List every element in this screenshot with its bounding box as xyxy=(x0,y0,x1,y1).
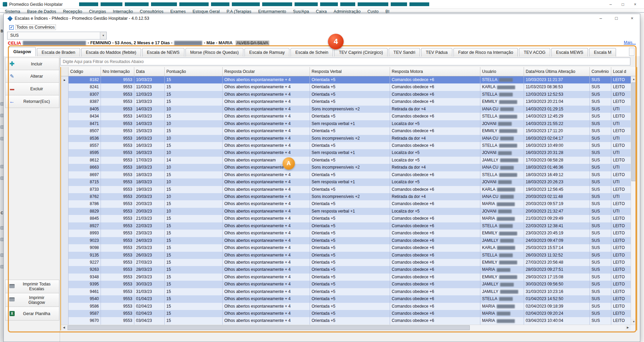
tab-escala-de-schein[interactable]: Escala de Schein xyxy=(290,48,333,57)
grid-row[interactable]: 8536955316/03/2310Olhos abertos espontan… xyxy=(61,135,636,142)
grid-row[interactable]: 8387955313/03/2315Olhos abertos espontan… xyxy=(61,98,636,105)
grid-row[interactable]: 8405955314/03/2310Olhos abertos espontan… xyxy=(61,106,636,113)
column-header-local[interactable]: Local d xyxy=(611,67,636,76)
alterar-button[interactable]: ✎ Alterar xyxy=(5,70,59,83)
grid-row[interactable]: 8307955312/03/2315Olhos abertos espontan… xyxy=(61,91,636,98)
cell-pontuacao: 10 xyxy=(165,193,223,200)
tab-escala-de-ramsay[interactable]: Escala de Ramsay xyxy=(244,48,289,57)
column-header-usuario[interactable]: Usuário xyxy=(480,67,524,76)
horizontal-scrollbar[interactable]: ◀ ▶ xyxy=(61,325,636,330)
row-indicator xyxy=(61,252,69,259)
grid-row[interactable]: 9135955326/03/2315Olhos abertos espontan… xyxy=(61,252,636,259)
tab-fator-de-risco-na-interna-o[interactable]: Fator de Risco na Internação xyxy=(453,48,518,57)
column-header-data-hora-ultima-alteracao[interactable]: Data/Hora Última Alteração xyxy=(524,67,590,76)
tab-tev-caprini-cir-rgico[interactable]: TEV Caprini (Cirúrgico) xyxy=(334,48,388,57)
redacted-user-surname xyxy=(499,297,513,301)
scroll-left-icon[interactable]: ◀ xyxy=(61,325,67,330)
tab-morse-risco-de-quedas[interactable]: Morse (Risco de Quedas) xyxy=(185,48,243,57)
cell-resposta-verbal: Orientada +5 xyxy=(310,98,390,105)
grid-row[interactable]: 8697955318/03/2315Olhos abertos espontan… xyxy=(61,171,636,178)
grid-row[interactable]: 8612955317/03/2314Olhos abertos espontan… xyxy=(61,157,636,164)
chevron-down-icon[interactable]: ▼ xyxy=(100,32,106,39)
column-header-pontuacao[interactable]: Pontuação xyxy=(165,67,223,76)
grid-row[interactable]: 8845955321/03/2315Olhos abertos espontan… xyxy=(61,215,636,222)
row-indicator xyxy=(61,178,69,186)
grid-row[interactable]: 9348955329/03/2315Olhos abertos espontan… xyxy=(61,274,636,281)
imprimir-todas-button[interactable]: Imprimir TodasEscalas xyxy=(5,280,59,293)
tab-escala-mews[interactable]: Escala MEWS xyxy=(551,48,588,57)
column-header-data[interactable]: Data xyxy=(134,67,165,76)
grid-row[interactable]: 8829955320/03/2310Olhos abertos espontan… xyxy=(61,208,636,215)
grid-row[interactable]: 8762955320/03/2310Olhos abertos espontan… xyxy=(61,193,636,200)
scroll-up-icon[interactable]: ▲ xyxy=(631,76,636,82)
grid-row[interactable]: 9461955331/03/2315Olhos abertos espontan… xyxy=(61,288,636,295)
column-header-resposta-verbal[interactable]: Resposta Verbal xyxy=(310,67,390,76)
cell-convenio: SUS xyxy=(590,317,611,324)
cell-convenio: SUS xyxy=(590,310,611,317)
grid-row[interactable]: 9098955325/03/2315Olhos abertos espontan… xyxy=(61,244,636,251)
cell-resposta-ocular: Olhos abertos espontaneamente + 4 xyxy=(223,98,310,105)
grid-row[interactable]: 9263955328/03/2315Olhos abertos espontan… xyxy=(61,266,636,273)
tab-tev-p-dua[interactable]: TEV Pádua xyxy=(421,48,452,57)
dialog-maximize-button[interactable]: □ xyxy=(609,14,624,23)
grid-row[interactable]: ▸8182955310/03/2315Olhos abertos esponta… xyxy=(61,76,636,83)
mais-link[interactable]: Mais... xyxy=(624,40,636,45)
tab-tev-acog[interactable]: TEV ACOG xyxy=(519,48,550,57)
grid-row[interactable]: 8241955311/03/2315Olhos abertos espontan… xyxy=(61,83,636,91)
tab-escala-m[interactable]: Escala M xyxy=(589,48,616,57)
background-close-button[interactable]: × xyxy=(629,0,641,9)
todos-convenios-checkbox[interactable]: ✓ xyxy=(9,25,14,30)
scroll-down-icon[interactable]: ▼ xyxy=(631,319,636,325)
grid-row[interactable]: 8434955314/03/2315Olhos abertos espontan… xyxy=(61,113,636,120)
grid-row[interactable]: 9586955302/04/2315Olhos abertos espontan… xyxy=(61,303,636,310)
column-header-codigo[interactable]: Código xyxy=(69,67,101,76)
imprimir-glasgow-button[interactable]: ImprimirGlasgow xyxy=(5,293,59,307)
grid-row[interactable]: 9540955301/04/2315Olhos abertos espontan… xyxy=(61,295,636,302)
grid-row[interactable]: 8663955318/03/2310Olhos abertos espontan… xyxy=(61,164,636,171)
cell-resposta-verbal: Orientada +5 xyxy=(310,83,390,91)
tab-escala-do-maddox-flebite[interactable]: Escala do Maddox (flebite) xyxy=(81,48,141,57)
grid-row[interactable]: 8715955318/03/2310Olhos abertos espontan… xyxy=(61,178,636,186)
scroll-right-icon[interactable]: ▶ xyxy=(625,325,631,330)
background-maximize-button[interactable]: □ xyxy=(617,0,629,9)
dialog-close-button[interactable]: × xyxy=(624,14,640,23)
dialog-minimize-button[interactable]: – xyxy=(593,14,609,23)
horizontal-scrollbar-thumb[interactable] xyxy=(68,325,470,330)
grid-row[interactable]: 8507955315/03/2315Olhos abertos espontan… xyxy=(61,127,636,135)
grid-row[interactable]: 8595955316/03/2310Olhos abertos espontan… xyxy=(61,149,636,156)
grid-row[interactable]: 9587955302/04/2315Olhos abertos espontan… xyxy=(61,310,636,317)
grid-row[interactable]: 9395955330/03/2315Olhos abertos espontan… xyxy=(61,281,636,288)
filter-input[interactable] xyxy=(60,58,630,65)
column-header-nro-internacao[interactable]: Nro Internação xyxy=(101,67,134,76)
vertical-scrollbar-thumb[interactable] xyxy=(631,82,636,181)
column-header-resposta-ocular[interactable]: Resposta Ocular xyxy=(223,67,310,76)
tab-escala-de-news[interactable]: Escala de NEWS xyxy=(142,48,184,57)
tab-escala-de-braden[interactable]: Escala de Braden xyxy=(37,48,80,57)
grid-row[interactable]: 8786955320/03/2315Olhos abertos espontan… xyxy=(61,200,636,207)
menu-highlight-strip xyxy=(79,2,429,6)
retornar-button[interactable]: ← Retornar(Esc) xyxy=(5,95,59,108)
excluir-button[interactable]: Excluir xyxy=(5,83,59,95)
tab-tev-sandri[interactable]: TEV Sandri xyxy=(389,48,420,57)
convenio-select[interactable]: SUS ▼ xyxy=(7,32,107,40)
gerar-planilha-button[interactable]: X Gerar Planilha xyxy=(5,307,59,321)
row-indicator xyxy=(61,193,69,200)
grid-row[interactable]: 9023955324/03/2315Olhos abertos espontan… xyxy=(61,237,636,244)
grid-row[interactable]: 8557955316/03/2315Olhos abertos espontan… xyxy=(61,142,636,149)
cell-nro-internacao: 9553 xyxy=(101,120,134,127)
grid-row[interactable]: 9227955327/03/2315Olhos abertos espontan… xyxy=(61,259,636,266)
column-header-convenio[interactable]: Convênio xyxy=(590,67,611,76)
grid-row[interactable]: 9670955303/04/2315Olhos abertos espontan… xyxy=(61,317,636,324)
incluir-button[interactable]: ✚ Incluir xyxy=(5,58,59,70)
background-minimize-button[interactable]: – xyxy=(604,0,617,9)
cell-pontuacao: 10 xyxy=(165,120,223,127)
tab-glasgow[interactable]: Glasgow xyxy=(9,47,36,57)
grid-row[interactable]: 8927955322/03/2315Olhos abertos espontan… xyxy=(61,222,636,230)
column-header-resposta-motora[interactable]: Resposta Motora xyxy=(390,67,480,76)
grid-row[interactable]: 8993955323/03/2315Olhos abertos espontan… xyxy=(61,230,636,237)
grid-row[interactable]: 8471955314/03/2310Olhos abertos espontan… xyxy=(61,120,636,127)
vertical-scrollbar[interactable]: ▲ ▼ xyxy=(631,76,636,325)
redacted-patient-surname xyxy=(23,41,86,45)
tab-scroll-button[interactable] xyxy=(629,48,634,56)
grid-row[interactable]: 8733955319/03/2315Olhos abertos espontan… xyxy=(61,186,636,193)
